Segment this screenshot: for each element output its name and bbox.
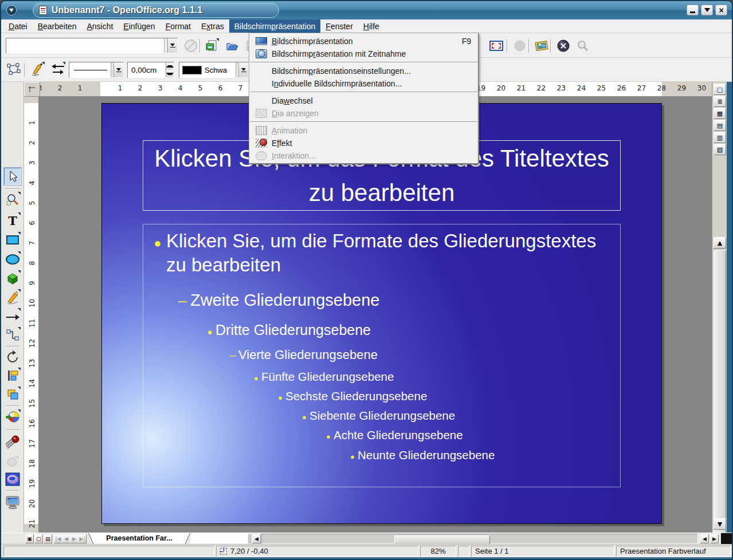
menubar-item[interactable]: Bildschirmpräsentation bbox=[229, 19, 321, 33]
url-input[interactable] bbox=[6, 38, 164, 53]
url-dropdown-button[interactable] bbox=[167, 38, 177, 53]
open-document-button[interactable] bbox=[224, 37, 241, 54]
menubar-item[interactable]: Fenster bbox=[320, 19, 358, 33]
zoom-page-button[interactable] bbox=[488, 37, 505, 54]
horizontal-scrollbar-thumb[interactable] bbox=[394, 535, 490, 545]
menubar-item[interactable]: Bearbeiten bbox=[33, 19, 82, 33]
cursor-position: 7,20 / -0,40 bbox=[230, 547, 268, 555]
menu-item[interactable]: Effekt bbox=[250, 137, 478, 149]
slide-tab[interactable]: Praesentation Far... bbox=[88, 533, 190, 545]
vertical-scrollbar-thumb[interactable] bbox=[714, 250, 726, 560]
line-width-value[interactable]: 0,00cm bbox=[131, 66, 156, 74]
zoom-tool-button[interactable] bbox=[574, 37, 591, 54]
new-document-button[interactable] bbox=[203, 37, 220, 54]
line-style-button[interactable] bbox=[29, 61, 46, 78]
close-button[interactable]: × bbox=[715, 5, 727, 15]
alignment-button[interactable] bbox=[4, 367, 21, 384]
zoom-tool-button[interactable] bbox=[4, 191, 21, 208]
menu-item[interactable]: Bildschirmpräsentationseinstellungen... bbox=[250, 65, 478, 77]
scroll-down-button[interactable]: ▼ bbox=[714, 518, 726, 530]
vertical-ruler[interactable]: 123456789101112131415161718192021 bbox=[24, 97, 39, 533]
arrange-button[interactable] bbox=[4, 386, 21, 403]
menubar-item[interactable]: Einfügen bbox=[118, 19, 160, 33]
select-arrow-icon bbox=[6, 170, 19, 183]
minimize-button[interactable] bbox=[687, 5, 699, 15]
scroll-up-button[interactable]: ▲ bbox=[714, 237, 726, 249]
stop-loading-button[interactable] bbox=[182, 37, 199, 54]
view-mode-button[interactable]: ▧ bbox=[714, 144, 726, 155]
connector-tool-button[interactable] bbox=[4, 326, 21, 344]
mode-button[interactable]: ▤ bbox=[44, 534, 52, 543]
line-width-spinner[interactable]: 0,00cm bbox=[127, 62, 174, 78]
line-style-select[interactable] bbox=[69, 62, 124, 78]
navigator-button[interactable] bbox=[555, 37, 572, 54]
menubar-item[interactable]: Hilfe bbox=[358, 19, 385, 33]
3d-objects-button[interactable] bbox=[4, 270, 21, 287]
rectangle-tool-button[interactable] bbox=[4, 231, 21, 249]
line-color-select[interactable]: Schwa bbox=[179, 62, 249, 78]
menu-item[interactable]: Animation bbox=[250, 124, 478, 137]
menubar-item[interactable]: Format bbox=[160, 19, 196, 33]
ruler-number: 26 bbox=[612, 84, 632, 92]
view-mode-button[interactable]: ▤ bbox=[714, 120, 726, 131]
select-tool-button[interactable] bbox=[4, 168, 21, 185]
gallery-button[interactable] bbox=[533, 37, 550, 54]
url-combobox[interactable] bbox=[6, 38, 178, 53]
status-page-field[interactable]: Seite 1 / 1 bbox=[471, 546, 614, 557]
window-menu-button[interactable] bbox=[6, 5, 17, 15]
hscroll-left-button[interactable]: ◀ bbox=[252, 534, 261, 543]
text-tool-button[interactable]: T bbox=[4, 212, 21, 229]
menu-item[interactable]: Bildschirmpräsentation F9 bbox=[250, 35, 478, 48]
tab-nav-button[interactable]: ◀ bbox=[62, 534, 70, 543]
insert-button[interactable] bbox=[4, 409, 21, 426]
menu-item[interactable]: Interaktion... bbox=[250, 149, 478, 162]
menubar-item[interactable]: Ansicht bbox=[81, 19, 118, 33]
menu-item[interactable]: Individuelle Bildschirmpräsentation... bbox=[250, 77, 478, 90]
menubar-item[interactable]: Datei bbox=[3, 19, 33, 33]
ellipse-tool-button[interactable] bbox=[4, 251, 21, 268]
curve-tool-button[interactable] bbox=[4, 289, 21, 306]
menu-item[interactable]: Bildschirmpräsentation mit Zeitnahme bbox=[250, 48, 478, 60]
status-template-field[interactable]: Praesentation Farbverlauf bbox=[616, 546, 731, 557]
view-mode-button[interactable]: ▢ bbox=[714, 84, 726, 95]
menu-item-icon bbox=[256, 139, 267, 148]
tab-nav-button[interactable]: |◀ bbox=[54, 534, 62, 543]
menu-item[interactable]: Dia anzeigen bbox=[250, 107, 478, 120]
slide-outline-textbox[interactable]: ●Klicken Sie, um die Formate des Glieder… bbox=[143, 224, 621, 487]
horizontal-scrollbar[interactable] bbox=[261, 534, 698, 544]
status-zoom-field[interactable]: 82% bbox=[420, 546, 456, 557]
mode-button[interactable]: ▣ bbox=[25, 534, 34, 543]
edit-points-button[interactable] bbox=[5, 61, 22, 78]
live-mode-button[interactable] bbox=[511, 37, 528, 54]
view-mode-button[interactable]: ▥ bbox=[714, 132, 726, 143]
presentation-button[interactable] bbox=[4, 494, 21, 511]
lines-arrows-button[interactable] bbox=[4, 307, 21, 325]
bullet-icon: ● bbox=[347, 452, 358, 462]
line-color-dropdown-button[interactable] bbox=[238, 62, 248, 77]
tab-nav-button[interactable]: ▶ bbox=[70, 534, 79, 543]
effects-button[interactable] bbox=[4, 433, 21, 450]
pane-splitter[interactable] bbox=[249, 534, 252, 543]
mode-button[interactable]: ▢ bbox=[34, 534, 43, 543]
spinner-buttons[interactable] bbox=[166, 62, 174, 77]
slide[interactable]: Klicken Sie, um das Format des Titeltext… bbox=[101, 103, 662, 524]
3d-controller-button[interactable] bbox=[4, 471, 21, 488]
hscroll-left2-button[interactable]: ◀ bbox=[700, 534, 709, 543]
hscroll-right-button[interactable]: ▶ bbox=[710, 534, 719, 543]
status-position-field[interactable]: 7,20 / -0,40 bbox=[216, 546, 418, 557]
menu-item[interactable]: Diawechsel bbox=[250, 94, 478, 107]
flyout-arrow-icon bbox=[18, 409, 21, 412]
line-style-dropdown-button[interactable] bbox=[113, 62, 123, 77]
tab-nav-button[interactable]: ▶| bbox=[78, 534, 87, 543]
arrow-ends-button[interactable] bbox=[49, 61, 66, 78]
interaction-button[interactable] bbox=[4, 452, 21, 470]
maximize-button[interactable] bbox=[701, 5, 713, 15]
rotate-tool-button[interactable] bbox=[4, 349, 21, 366]
view-mode-button[interactable]: ▦ bbox=[714, 108, 726, 119]
title-bar[interactable]: Unbenannt7 - OpenOffice.org 1.1.1 × bbox=[1, 1, 732, 19]
vertical-scrollbar[interactable]: ▢≣▦▤▥▧ ▲ ▼ bbox=[712, 82, 727, 533]
menubar-item[interactable]: Extras bbox=[196, 19, 229, 33]
view-mode-button[interactable]: ≣ bbox=[714, 96, 726, 107]
tab-stop-selector[interactable] bbox=[24, 82, 40, 97]
menu-item bbox=[250, 90, 478, 94]
